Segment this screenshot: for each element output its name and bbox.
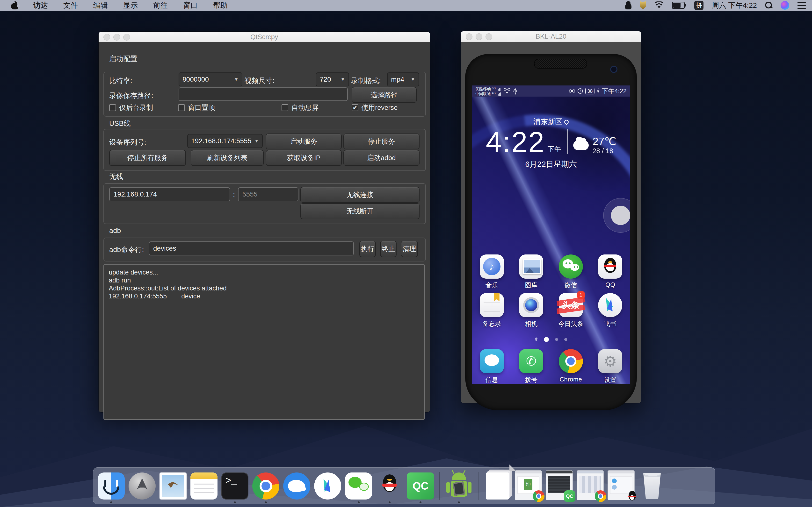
clock-weather-widget[interactable]: 浦东新区 4:22 下午 27℃ 28 / 18 (472, 117, 630, 170)
record-path-input[interactable] (179, 88, 348, 101)
start-service-button[interactable]: 启动服务 (266, 133, 342, 150)
page-dot[interactable] (555, 338, 558, 341)
serial-combo[interactable]: 192.168.0.174:5555 ▼ (187, 134, 263, 148)
battery-icon[interactable] (672, 2, 686, 9)
adb-log-output[interactable]: update devices... adb run AdbProcess::ou… (103, 264, 425, 420)
close-button[interactable] (103, 34, 110, 41)
dock-item-minimized-chrome-window-2[interactable] (575, 468, 606, 504)
feishu-app-icon[interactable] (598, 293, 622, 317)
minimize-button[interactable] (475, 33, 483, 40)
checkbox-background-record[interactable]: 仅后台录制 (109, 103, 153, 112)
qtscrcpy-titlebar[interactable]: QtScrcpy (99, 32, 430, 43)
app-settings[interactable]: ⚙ 设置 (592, 349, 628, 384)
app-music[interactable]: ♪ 音乐 (474, 255, 510, 289)
gallery-app-icon[interactable] (519, 255, 543, 279)
status-app-silhouette-icon[interactable] (625, 1, 631, 9)
get-device-ip-button[interactable]: 获取设备IP (266, 150, 342, 166)
dock-item-minimized-chrome-window[interactable]: 坤 (513, 468, 544, 504)
checkbox-icon[interactable] (282, 104, 288, 111)
zoom-button[interactable] (486, 33, 492, 40)
dock-item-chrome[interactable] (250, 468, 281, 504)
choose-path-button[interactable]: 选择路径 (352, 87, 417, 103)
stop-all-services-button[interactable]: 停止所有服务 (109, 150, 186, 166)
wifi-icon[interactable] (654, 1, 664, 9)
app-notes[interactable]: 备忘录 (474, 293, 510, 328)
dock-item-wechat[interactable] (343, 468, 374, 504)
checkbox-icon[interactable] (178, 104, 185, 111)
dock-item-mail[interactable] (158, 468, 189, 504)
checkbox-always-on-top[interactable]: 窗口置顶 (178, 103, 215, 112)
app-camera[interactable]: 相机 (513, 293, 549, 328)
dock-item-minimized-qq-window[interactable] (606, 468, 637, 504)
terminal-icon[interactable]: >_ (221, 472, 248, 500)
app-feishu[interactable]: 飞书 (592, 293, 628, 328)
minimized-window-thumbnail[interactable]: 坤 (515, 470, 542, 500)
blue-seal-app-icon[interactable] (283, 472, 310, 500)
dock-item-qtscrcpy[interactable] (444, 468, 474, 504)
wireless-port-input[interactable]: 5555 (238, 187, 298, 201)
apple-menu-icon[interactable] (11, 1, 18, 9)
start-adbd-button[interactable]: 启动adbd (343, 150, 419, 166)
dock-item-trash[interactable] (637, 468, 667, 504)
qq-icon[interactable] (376, 472, 403, 500)
dialer-app-icon[interactable]: ✆ (519, 349, 543, 373)
stop-service-button[interactable]: 停止服务 (343, 133, 419, 150)
siri-icon[interactable] (780, 1, 789, 10)
refresh-device-list-button[interactable]: 刷新设备列表 (191, 150, 264, 166)
app-wechat[interactable]: 微信 (553, 255, 589, 289)
chrome-icon[interactable] (252, 472, 280, 500)
app-messages[interactable]: 信息 (474, 349, 510, 384)
chrome-app-icon[interactable] (559, 349, 583, 373)
dock-item-qtcreator[interactable]: QC (405, 468, 436, 504)
menu-finder[interactable]: 访达 (26, 0, 56, 10)
finder-icon[interactable] (98, 472, 125, 500)
notes-app-icon[interactable] (480, 293, 504, 317)
page-dot[interactable] (564, 338, 567, 341)
checkbox-use-reverse[interactable]: ✔ 使用reverse (352, 103, 398, 112)
checkbox-icon[interactable] (109, 104, 116, 111)
minimized-window-thumbnail[interactable] (576, 470, 604, 500)
dock-item-minimized-qtcreator-window[interactable]: QC (544, 468, 575, 504)
app-gallery[interactable]: 图库 (513, 255, 549, 289)
toutiao-app-icon[interactable]: 头条 1 (559, 293, 583, 317)
spotlight-search-icon[interactable] (765, 2, 772, 9)
home-bulb-dot[interactable] (535, 338, 538, 341)
checkbox-screen-off[interactable]: 自动息屏 (282, 103, 318, 112)
app-chrome[interactable]: Chrome (553, 349, 589, 384)
wechat-icon[interactable] (345, 472, 372, 500)
wireless-disconnect-button[interactable]: 无线断开 (300, 203, 419, 219)
wireless-ip-input[interactable]: 192.168.0.174 (109, 187, 230, 201)
video-size-combo[interactable]: 720 ▼ (316, 72, 349, 87)
page-dot-active[interactable] (544, 337, 549, 342)
record-format-combo[interactable]: mp4 ▼ (387, 72, 419, 87)
execute-button[interactable]: 执行 (359, 241, 376, 257)
dock-item-qq[interactable] (374, 468, 405, 504)
dock-item-terminal[interactable]: >_ (219, 468, 250, 504)
documents-stack-icon[interactable] (486, 472, 509, 500)
terminate-button[interactable]: 终止 (380, 241, 397, 257)
clear-button[interactable]: 清理 (401, 241, 418, 257)
dock-item-finder[interactable] (96, 468, 126, 504)
menu-edit[interactable]: 编辑 (86, 0, 115, 10)
settings-app-icon[interactable]: ⚙ (598, 349, 622, 373)
close-button[interactable] (466, 33, 472, 40)
wechat-app-icon[interactable] (559, 255, 583, 279)
menu-bar-clock[interactable]: 周六 下午4:22 (712, 0, 757, 10)
shield-icon[interactable] (640, 1, 646, 9)
dock-item-notes[interactable] (189, 468, 219, 504)
messages-app-icon[interactable] (480, 349, 504, 373)
menu-go[interactable]: 前往 (146, 0, 175, 10)
android-robot-icon[interactable] (445, 472, 472, 500)
notification-center-icon[interactable] (798, 2, 806, 9)
adb-cmd-input[interactable]: devices (149, 241, 354, 256)
notes-icon[interactable] (191, 472, 217, 500)
menu-file[interactable]: 文件 (56, 0, 86, 10)
minimized-window-thumbnail[interactable]: QC (546, 470, 573, 500)
camera-app-icon[interactable] (519, 293, 543, 317)
trash-full-icon[interactable] (642, 473, 662, 499)
app-qq[interactable]: QQ (592, 255, 628, 289)
dock-item-blue-seal-app[interactable] (281, 468, 312, 504)
phone-screen[interactable]: 优酷移动 3G 中国联通 4G (472, 86, 630, 384)
mail-icon[interactable] (159, 472, 187, 500)
minimize-button[interactable] (113, 34, 120, 41)
